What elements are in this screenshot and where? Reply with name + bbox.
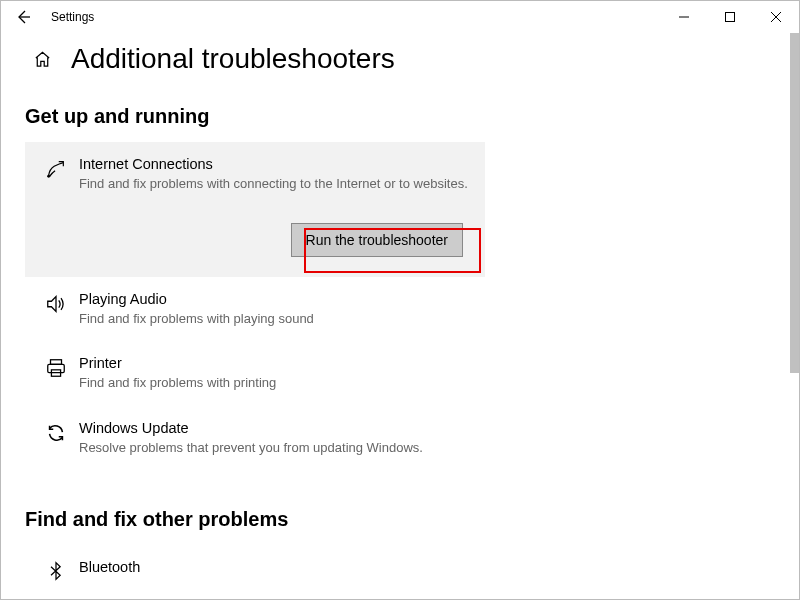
ts-item-internet[interactable]: Internet Connections Find and fix proble… — [25, 142, 485, 277]
content-area: Additional troubleshooters Get up and ru… — [1, 33, 799, 599]
ts-name: Playing Audio — [79, 291, 469, 307]
bluetooth-icon — [41, 559, 71, 581]
home-icon[interactable] — [31, 48, 53, 70]
svg-rect-3 — [48, 364, 65, 372]
window-title: Settings — [51, 10, 94, 24]
ts-name: Internet Connections — [79, 156, 469, 172]
ts-name: Bluetooth — [79, 559, 469, 575]
maximize-button[interactable] — [707, 1, 753, 33]
section-heading-running: Get up and running — [25, 105, 799, 128]
page-header: Additional troubleshooters — [25, 43, 799, 75]
back-button[interactable] — [9, 3, 37, 31]
ts-desc: Find and fix problems with printing — [79, 374, 469, 392]
ts-name: Printer — [79, 355, 469, 371]
ts-item-bluetooth[interactable]: Bluetooth — [25, 545, 485, 583]
section-heading-other: Find and fix other problems — [25, 508, 799, 531]
internet-icon — [41, 156, 71, 193]
ts-item-windows-update[interactable]: Windows Update Resolve problems that pre… — [25, 406, 485, 471]
update-icon — [41, 420, 71, 457]
svg-point-1 — [47, 175, 50, 178]
run-troubleshooter-button[interactable]: Run the troubleshooter — [291, 223, 463, 257]
page-title: Additional troubleshooters — [71, 43, 395, 75]
minimize-button[interactable] — [661, 1, 707, 33]
ts-desc: Find and fix problems with connecting to… — [79, 175, 469, 193]
settings-window: Settings Additional troubleshooters Get … — [0, 0, 800, 600]
svg-rect-2 — [51, 360, 62, 365]
ts-desc: Find and fix problems with playing sound — [79, 310, 469, 328]
titlebar: Settings — [1, 1, 799, 33]
troubleshooter-list: Internet Connections Find and fix proble… — [25, 142, 485, 470]
scrollbar-thumb[interactable] — [790, 33, 799, 373]
printer-icon — [41, 355, 71, 392]
audio-icon — [41, 291, 71, 328]
ts-item-printer[interactable]: Printer Find and fix problems with print… — [25, 341, 485, 406]
close-button[interactable] — [753, 1, 799, 33]
troubleshooter-list-other: Bluetooth — [25, 545, 485, 583]
ts-name: Windows Update — [79, 420, 469, 436]
svg-rect-0 — [726, 13, 735, 22]
window-controls — [661, 1, 799, 33]
ts-desc: Resolve problems that prevent you from u… — [79, 439, 469, 457]
scrollbar — [790, 33, 799, 599]
ts-item-audio[interactable]: Playing Audio Find and fix problems with… — [25, 277, 485, 342]
